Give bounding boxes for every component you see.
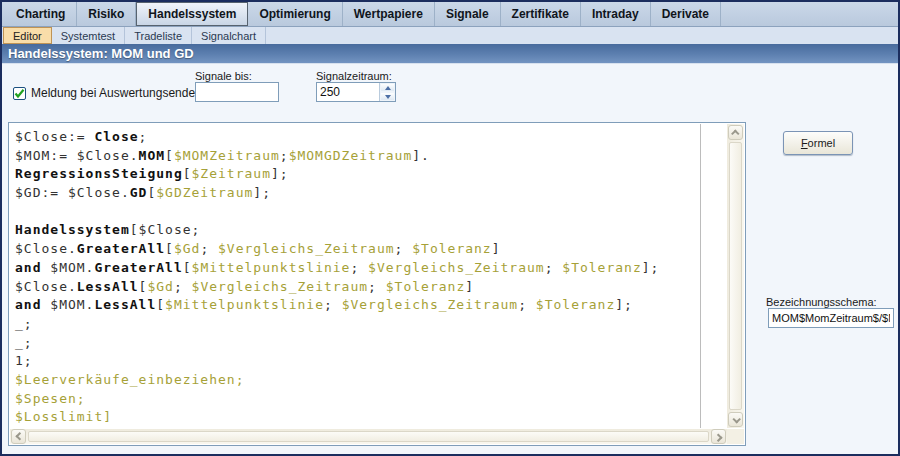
code-text: [	[183, 260, 192, 275]
code-keyword: Handelssystem	[15, 222, 130, 237]
code-line: $Close:= Close;	[15, 128, 727, 147]
code-keyword: LessAll	[94, 297, 156, 312]
code-text: ;	[324, 297, 342, 312]
tab-charting[interactable]: Charting	[5, 2, 77, 26]
code-text: ;	[350, 260, 368, 275]
code-keyword: GD	[130, 185, 148, 200]
tab-optimierung[interactable]: Optimierung	[248, 2, 342, 26]
vertical-scrollbar-thumb[interactable]	[729, 142, 742, 410]
code-text: $MOM:= $Close.	[15, 148, 139, 163]
chevron-down-icon	[732, 415, 740, 423]
code-variable: $Toleranz	[536, 297, 615, 312]
main-tab-bar: ChartingRisikoHandelssystemOptimierungWe…	[0, 0, 900, 27]
meldung-checkbox-row[interactable]: Meldung bei Auswertungsende	[13, 86, 195, 100]
code-keyword: and	[15, 297, 50, 312]
code-text: ;	[280, 148, 289, 163]
code-keyword: and	[15, 260, 50, 275]
scroll-right-button[interactable]	[711, 429, 726, 444]
horizontal-scrollbar-thumb[interactable]	[28, 431, 709, 442]
code-text: $GD:= $Close.	[15, 185, 130, 200]
code-variable: $Vergleichs_Zeitraum	[342, 297, 519, 312]
code-keyword: GreaterAll	[77, 241, 165, 256]
code-text: ];	[271, 166, 289, 181]
tab-handelssystem[interactable]: Handelssystem	[136, 2, 248, 26]
code-variable: $Zeitraum	[192, 166, 271, 181]
code-text: $Close.	[15, 241, 77, 256]
code-text: $MOM.	[50, 260, 94, 275]
code-line: Handelssystem[$Close;	[15, 221, 727, 240]
checkmark-icon	[14, 88, 25, 99]
code-variable: $Vergleichs_Zeitraum	[218, 241, 395, 256]
code-variable: $Toleranz	[386, 279, 465, 294]
scrollbar-corner	[727, 429, 744, 444]
scroll-down-button[interactable]	[728, 412, 743, 427]
code-text: ;	[139, 129, 148, 144]
signalzeitraum-input[interactable]	[317, 83, 379, 101]
subtab-tradeliste[interactable]: Tradeliste	[125, 27, 192, 44]
code-variable: $Gd	[147, 279, 173, 294]
tab-derivate[interactable]: Derivate	[651, 2, 721, 26]
subtab-editor[interactable]: Editor	[3, 27, 52, 44]
code-text: ];	[253, 185, 271, 200]
code-text: ];	[615, 297, 633, 312]
code-variable: $Mittelpunktslinie	[165, 297, 324, 312]
code-text: ;	[395, 241, 413, 256]
signalzeitraum-stepper	[316, 82, 396, 102]
code-text: [	[147, 185, 156, 200]
code-text: $Close.	[15, 279, 77, 294]
tab-zertifikate[interactable]: Zertifikate	[501, 2, 581, 26]
spin-up-button[interactable]	[380, 83, 395, 92]
code-variable: $Toleranz	[562, 260, 641, 275]
meldung-checkbox-label: Meldung bei Auswertungsende	[31, 86, 195, 100]
code-text: $MOM.	[50, 297, 94, 312]
chevron-right-icon	[714, 433, 722, 441]
meldung-checkbox[interactable]	[13, 87, 26, 100]
spin-buttons	[379, 83, 395, 101]
chevron-up-icon	[385, 86, 391, 90]
formel-button[interactable]: Formel	[783, 131, 853, 155]
code-editor: $Close:= Close;$MOM:= $Close.MOM[$MOMZei…	[8, 122, 746, 446]
code-line: $Leerverkäufe_einbeziehen;	[15, 371, 727, 390]
bezeichnungsschema-input[interactable]	[768, 308, 894, 328]
tab-risiko[interactable]: Risiko	[77, 2, 136, 26]
scroll-up-button[interactable]	[728, 125, 743, 140]
code-text: ].	[412, 148, 430, 163]
code-text: 1;	[15, 353, 33, 368]
code-keyword: GreaterAll	[94, 260, 182, 275]
code-variable: $Losslimit]	[15, 409, 112, 424]
code-text: [	[156, 297, 165, 312]
spin-down-button[interactable]	[380, 92, 395, 101]
code-line: $GD:= $Close.GD[$GDZeitraum];	[15, 184, 727, 203]
code-text: [	[165, 148, 174, 163]
tab-signale[interactable]: Signale	[435, 2, 501, 26]
code-text: ;	[368, 279, 386, 294]
code-editor-text[interactable]: $Close:= Close;$MOM:= $Close.MOM[$MOMZei…	[9, 123, 727, 429]
code-keyword: RegressionsSteigung	[15, 166, 183, 181]
code-text: [$Close;	[130, 222, 201, 237]
sub-tab-bar: EditorSystemtestTradelisteSignalchart	[0, 27, 900, 44]
horizontal-scrollbar[interactable]	[10, 429, 727, 444]
code-text: _;	[15, 316, 33, 331]
code-text: $Close:=	[15, 129, 94, 144]
code-text: ]	[492, 241, 501, 256]
code-line: and $MOM.GreaterAll[$Mittelpunktslinie; …	[15, 259, 727, 278]
code-line: $Spesen;	[15, 390, 727, 409]
bezeichnungsschema-label: Bezeichnungsschema:	[766, 296, 877, 308]
page-title: Handelssystem: MOM und GD	[0, 44, 900, 64]
vertical-scrollbar[interactable]	[727, 124, 744, 428]
code-variable: $Gd	[174, 241, 200, 256]
code-variable: $MOMZeitraum	[174, 148, 280, 163]
chevron-up-icon	[731, 129, 739, 137]
tab-wertpapiere[interactable]: Wertpapiere	[343, 2, 435, 26]
scroll-left-button[interactable]	[11, 429, 26, 444]
subtab-systemtest[interactable]: Systemtest	[52, 27, 125, 44]
code-text: [	[165, 241, 174, 256]
subtab-signalchart[interactable]: Signalchart	[192, 27, 266, 44]
code-line: RegressionsSteigung[$Zeitraum];	[15, 165, 727, 184]
code-line: and $MOM.LessAll[$Mittelpunktslinie; $Ve…	[15, 296, 727, 315]
editor-margin-line	[700, 124, 701, 428]
code-line: _;	[15, 315, 727, 334]
code-line: 1;	[15, 352, 727, 371]
tab-intraday[interactable]: Intraday	[581, 2, 651, 26]
signale-bis-input[interactable]	[195, 82, 279, 102]
